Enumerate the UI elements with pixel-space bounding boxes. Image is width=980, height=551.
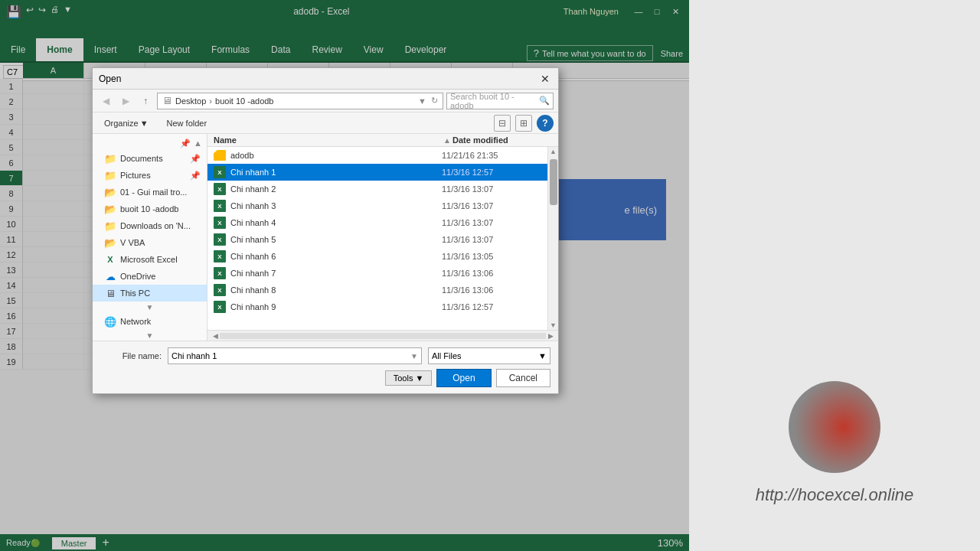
col-date-header[interactable]: Date modified	[452, 135, 552, 145]
buttons-row: Tools ▼ Open Cancel	[100, 369, 550, 387]
sidebar-item-documents[interactable]: 📁 Documents 📌	[93, 150, 207, 167]
file-name-chi-nhanh-6: Chi nhanh 6	[230, 252, 437, 261]
excel-file-icon: X	[214, 250, 226, 262]
site-url: http://hocexcel.online	[756, 485, 914, 505]
horizontal-scrollbar[interactable]: ◀ ▶	[207, 330, 558, 341]
open-dialog: Open ✕ ◀ ▶ ↑ 🖥 Desktop › buoit 10 -adodb…	[92, 67, 559, 394]
file-date-chi-nhanh-9: 11/3/16 12:57	[442, 302, 541, 311]
file-name-chi-nhanh-8: Chi nhanh 8	[230, 285, 437, 295]
cancel-button[interactable]: Cancel	[496, 369, 550, 387]
file-item-adodb[interactable]: adodb11/21/16 21:35	[207, 147, 547, 164]
file-item-chi-nhanh-7[interactable]: XChi nhanh 711/3/16 13:06	[207, 265, 547, 282]
dialog-toolbar: Organize ▼ New folder ⊟ ⊞ ?	[93, 112, 558, 134]
dialog-title: Open	[99, 73, 121, 84]
file-name-adodb: adodb	[230, 151, 437, 160]
sidebar-label-buoit: buoit 10 -adodb	[120, 204, 178, 214]
vertical-scrollbar[interactable]: ▲ ▼	[547, 147, 558, 330]
view-toggle-button[interactable]: ⊟	[494, 115, 511, 132]
sidebar-item-buoit[interactable]: 📂 buoit 10 -adodb	[93, 201, 207, 217]
excel-file-icon: X	[214, 267, 226, 279]
new-folder-label: New folder	[167, 119, 207, 128]
excel-file-icon: X	[214, 183, 226, 195]
file-item-chi-nhanh-6[interactable]: XChi nhanh 611/3/16 13:05	[207, 248, 547, 265]
back-button[interactable]: ◀	[97, 93, 114, 109]
filename-row: File name: Chi nhanh 1 ▼ All Files ▼	[100, 347, 550, 364]
sidebar-item-network[interactable]: 🌐 Network	[93, 313, 207, 330]
search-icon: 🔍	[539, 96, 550, 106]
file-item-chi-nhanh-8[interactable]: XChi nhanh 811/3/16 13:06	[207, 282, 547, 298]
sidebar-item-downloads[interactable]: 📁 Downloads on 'N...	[93, 217, 207, 234]
onedrive-icon: ☁	[105, 271, 116, 282]
file-date-chi-nhanh-6: 11/3/16 13:05	[442, 252, 541, 261]
file-item-chi-nhanh-5[interactable]: XChi nhanh 511/3/16 13:07	[207, 231, 547, 248]
sidebar-label-documents: Documents	[120, 154, 163, 163]
dialog-overlay: Open ✕ ◀ ▶ ↑ 🖥 Desktop › buoit 10 -adodb…	[0, 0, 689, 551]
documents-icon: 📁	[105, 153, 116, 164]
filename-value: Chi nhanh 1	[172, 351, 217, 360]
filetype-dropdown[interactable]: All Files ▼	[428, 347, 550, 364]
col-name-header[interactable]: Name	[214, 135, 442, 145]
open-button[interactable]: Open	[436, 369, 491, 387]
file-item-chi-nhanh-9[interactable]: XChi nhanh 911/3/16 12:57	[207, 298, 547, 315]
dialog-title-bar: Open ✕	[93, 68, 558, 90]
file-name-chi-nhanh-5: Chi nhanh 5	[230, 235, 437, 244]
file-name-chi-nhanh-3: Chi nhanh 3	[230, 201, 437, 210]
refresh-icon[interactable]: ↻	[431, 96, 438, 106]
organize-button[interactable]: Organize ▼	[97, 116, 155, 130]
filelist-header: Name ▲ Date modified	[207, 134, 558, 147]
path-bar[interactable]: 🖥 Desktop › buoit 10 -adodb ▼ ↻	[157, 93, 443, 109]
scroll-right-btn[interactable]: ▶	[546, 331, 555, 341]
file-date-chi-nhanh-1: 11/3/16 12:57	[442, 168, 541, 177]
sidebar-item-onedrive[interactable]: ☁ OneDrive	[93, 268, 207, 285]
file-item-chi-nhanh-4[interactable]: XChi nhanh 411/3/16 13:07	[207, 214, 547, 231]
path-dropdown-icon[interactable]: ▼	[418, 96, 426, 106]
h-scroll-track	[220, 333, 546, 339]
filename-dropdown-icon[interactable]: ▼	[410, 352, 418, 360]
scroll-thumb[interactable]	[550, 159, 557, 205]
excel-file-icon: X	[214, 217, 226, 229]
scroll-down-btn[interactable]: ▼	[549, 321, 558, 330]
help-button[interactable]: ?	[537, 115, 554, 132]
search-placeholder: Search buoit 10 -adodb	[450, 92, 536, 110]
pin-icon[interactable]: 📌	[180, 139, 191, 148]
organize-dropdown-icon: ▼	[140, 119, 149, 128]
desktop-icon: 🖥	[162, 95, 172, 106]
sidebar-scroll-down2[interactable]: ▼	[93, 330, 207, 341]
filename-label: File name:	[100, 351, 162, 360]
file-item-chi-nhanh-3[interactable]: XChi nhanh 311/3/16 13:07	[207, 197, 547, 214]
file-date-chi-nhanh-3: 11/3/16 13:07	[442, 201, 541, 210]
scroll-up-btn[interactable]: ▲	[549, 147, 558, 156]
view-mode-button[interactable]: ⊞	[515, 115, 532, 132]
filename-input[interactable]: Chi nhanh 1 ▼	[168, 347, 422, 364]
scroll-left-btn[interactable]: ◀	[211, 331, 220, 341]
new-folder-button[interactable]: New folder	[160, 116, 214, 130]
sidebar-item-ms-excel[interactable]: X Microsoft Excel	[93, 251, 207, 268]
dialog-close-button[interactable]: ✕	[538, 72, 552, 86]
sidebar-item-gui-mail[interactable]: 📂 01 - Gui mail tro...	[93, 184, 207, 201]
sidebar-scroll-down[interactable]: ▼	[93, 302, 207, 313]
sidebar-item-vvba[interactable]: 📂 V VBA	[93, 234, 207, 251]
search-box[interactable]: Search buoit 10 -adodb 🔍	[446, 93, 554, 109]
file-date-chi-nhanh-5: 11/3/16 13:07	[442, 235, 541, 244]
ms-excel-icon: X	[105, 254, 116, 265]
tools-label: Tools	[394, 373, 413, 383]
tools-dropdown-icon: ▼	[415, 373, 423, 383]
forward-button[interactable]: ▶	[117, 93, 134, 109]
sidebar-item-this-pc[interactable]: 🖥 This PC	[93, 285, 207, 302]
gui-mail-icon: 📂	[105, 187, 116, 197]
sidebar-label-this-pc: This PC	[120, 289, 150, 298]
pictures-pin[interactable]: 📌	[190, 171, 201, 181]
excel-file-icon: X	[214, 284, 226, 296]
file-item-chi-nhanh-2[interactable]: XChi nhanh 211/3/16 13:07	[207, 181, 547, 197]
filetype-dropdown-icon: ▼	[538, 351, 547, 360]
tools-button[interactable]: Tools ▼	[385, 370, 433, 386]
up-button[interactable]: ↑	[137, 93, 154, 109]
folder-file-icon	[214, 150, 226, 161]
file-name-chi-nhanh-9: Chi nhanh 9	[230, 302, 437, 311]
file-name-chi-nhanh-4: Chi nhanh 4	[230, 218, 437, 227]
sidebar-item-pictures[interactable]: 📁 Pictures 📌	[93, 167, 207, 184]
file-item-chi-nhanh-1[interactable]: XChi nhanh 111/3/16 12:57	[207, 164, 547, 181]
expand-icon[interactable]: ▲	[194, 139, 202, 148]
excel-file-icon: X	[214, 200, 226, 212]
documents-pin[interactable]: 📌	[190, 154, 201, 164]
